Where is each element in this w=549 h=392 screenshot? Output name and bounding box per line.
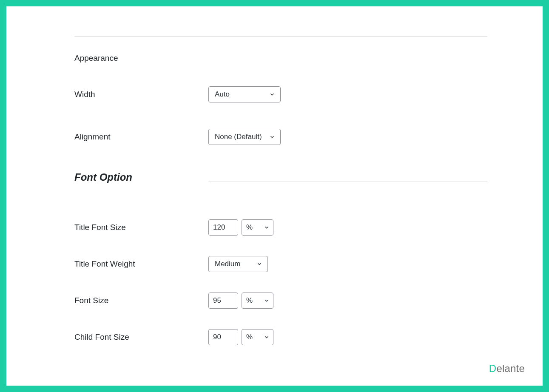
- row-font-size: Font Size %: [74, 293, 487, 309]
- row-alignment: Alignment None (Default): [74, 129, 487, 145]
- divider-top: [74, 36, 487, 37]
- row-title-font-weight: Title Font Weight Medium: [74, 256, 487, 272]
- brand-logo: Delante: [489, 363, 525, 375]
- chevron-down-icon: [264, 334, 270, 340]
- select-font-size-unit[interactable]: %: [242, 293, 273, 309]
- frame: Appearance Width Auto Alignment None (De…: [0, 0, 549, 392]
- row-child-font-size: Child Font Size %: [74, 329, 487, 345]
- row-title-font-size: Title Font Size %: [74, 219, 487, 236]
- chevron-down-icon: [264, 224, 270, 230]
- select-title-font-size-unit[interactable]: %: [242, 219, 273, 236]
- unit-font-size: %: [246, 296, 253, 305]
- select-child-font-size-unit[interactable]: %: [242, 329, 273, 345]
- input-child-font-size[interactable]: [208, 329, 238, 345]
- label-title-font-weight: Title Font Weight: [74, 259, 208, 269]
- unit-title-font-size: %: [246, 223, 253, 232]
- chevron-down-icon: [256, 261, 262, 267]
- group-font-size: %: [208, 293, 273, 309]
- label-width: Width: [74, 90, 208, 99]
- brand-rest: elante: [496, 363, 525, 374]
- row-width: Width Auto: [74, 86, 487, 102]
- select-title-font-weight-value: Medium: [215, 260, 240, 268]
- chevron-down-icon: [269, 91, 275, 97]
- label-font-size: Font Size: [74, 296, 208, 305]
- font-option-header: Font Option: [74, 171, 487, 183]
- label-child-font-size: Child Font Size: [74, 332, 208, 342]
- appearance-heading: Appearance: [74, 54, 487, 63]
- brand-first-letter: D: [489, 363, 497, 374]
- input-font-size[interactable]: [208, 293, 238, 309]
- label-title-font-size: Title Font Size: [74, 223, 208, 232]
- input-title-font-size[interactable]: [208, 219, 238, 236]
- select-width-value: Auto: [215, 90, 230, 99]
- divider-font-option: [208, 182, 487, 182]
- select-alignment[interactable]: None (Default): [208, 129, 281, 145]
- unit-child-font-size: %: [246, 333, 253, 341]
- group-title-font-size: %: [208, 219, 273, 236]
- settings-panel: Appearance Width Auto Alignment None (De…: [6, 6, 543, 386]
- select-alignment-value: None (Default): [215, 133, 262, 141]
- group-child-font-size: %: [208, 329, 273, 345]
- chevron-down-icon: [269, 134, 275, 140]
- label-alignment: Alignment: [74, 132, 208, 142]
- font-option-title: Font Option: [74, 171, 208, 183]
- chevron-down-icon: [264, 298, 270, 304]
- select-width[interactable]: Auto: [208, 86, 281, 102]
- select-title-font-weight[interactable]: Medium: [208, 256, 268, 272]
